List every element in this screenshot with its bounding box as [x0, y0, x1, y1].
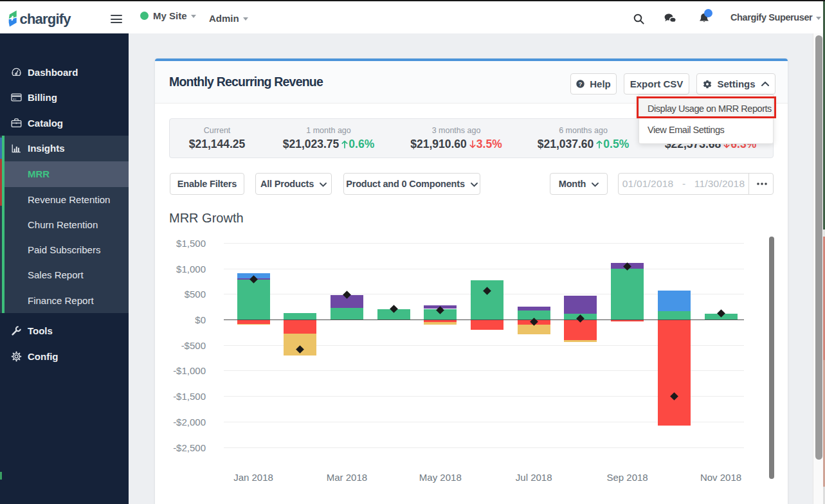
topbar: chargify My Site Admin — [0, 1, 825, 33]
y-axis-label: -$500 — [154, 340, 206, 351]
billing-icon — [11, 92, 22, 103]
x-axis-label: Mar 2018 — [318, 472, 376, 483]
bar-segment-red[interactable] — [471, 320, 503, 330]
date-start: 01/01/2018 — [622, 178, 674, 189]
interval-dropdown[interactable]: Month — [550, 173, 608, 195]
sidebar-item-dashboard[interactable]: Dashboard — [0, 60, 129, 86]
sidebar-item-revenue-retention[interactable]: Revenue Retention — [0, 187, 129, 213]
bell-icon[interactable] — [698, 13, 710, 27]
mrr-growth-chart: $1,500$1,000$500$0-$500-$1,000-$1,500-$2… — [224, 237, 744, 474]
sidebar-item-paid-subscribers[interactable]: Paid Subscribers — [0, 237, 129, 263]
x-axis-label: Jul 2018 — [505, 472, 563, 483]
insights-active-strip — [2, 136, 5, 313]
search-icon[interactable] — [633, 14, 644, 27]
sidebar-item-sales-report[interactable]: Sales Report — [0, 262, 129, 288]
dashboard-icon — [11, 67, 22, 78]
y-axis-label: -$2,000 — [154, 417, 206, 428]
main-content: Monthly Recurring Revenue ? Help Export … — [129, 33, 813, 504]
gridline — [224, 243, 744, 244]
gridline — [224, 269, 744, 269]
bar-segment-green[interactable] — [284, 313, 316, 320]
components-filter-dropdown[interactable]: Product and 0 Components — [343, 173, 480, 195]
stat-label: 1 month ago — [258, 126, 399, 136]
tools-icon — [11, 325, 22, 336]
bar-segment-red[interactable] — [284, 320, 316, 334]
enable-filters-button[interactable]: Enable Filters — [170, 173, 244, 195]
sidebar-item-tools[interactable]: Tools — [0, 318, 129, 344]
window-top-border — [0, 0, 825, 1]
sidebar-item-config[interactable]: Config — [0, 344, 129, 370]
sidebar-item-mrr[interactable]: MRR — [0, 161, 129, 187]
x-axis-label: May 2018 — [412, 472, 469, 483]
more-options-button[interactable] — [748, 174, 774, 194]
sidebar-item-catalog[interactable]: Catalog — [0, 111, 129, 136]
bar-segment-green[interactable] — [611, 269, 644, 320]
bar-segment-yellow[interactable] — [424, 322, 457, 324]
date-end: 11/30/2018 — [694, 178, 745, 189]
sidebar-item-churn-retention[interactable]: Churn Retention — [0, 212, 129, 238]
zero-axis-line — [224, 320, 744, 320]
bar-segment-yellow[interactable] — [237, 324, 270, 325]
y-axis-label: $1,000 — [154, 264, 206, 274]
settings-dropdown-menu: Display Usage on MRR ReportsView Email S… — [639, 94, 774, 144]
date-range-input[interactable]: 01/01/2018 - 11/30/2018 — [619, 178, 748, 190]
sidebar-item-billing[interactable]: Billing — [0, 85, 129, 111]
export-csv-button[interactable]: Export CSV — [624, 73, 689, 94]
stat-value: $21,023.750.6% — [258, 138, 399, 151]
stat-column: 6 months ago$21,037.600.5% — [512, 119, 654, 151]
stat-amount: $21,037.60 — [538, 138, 594, 150]
chevron-down-icon — [592, 179, 599, 189]
y-axis-label: $1,500 — [154, 238, 206, 249]
gear-icon — [703, 80, 712, 89]
stat-change: 0.5% — [596, 138, 629, 150]
chevron-down-icon — [471, 179, 478, 189]
config-icon — [11, 351, 22, 362]
bar-segment-purple[interactable] — [564, 296, 597, 314]
chevron-up-icon — [761, 82, 769, 86]
settings-button[interactable]: Settings — [696, 73, 775, 94]
x-axis-label: Sep 2018 — [599, 472, 657, 483]
sidebar-item-insights[interactable]: Insights — [0, 136, 129, 161]
y-axis-label: -$1,000 — [154, 365, 206, 376]
gridline — [224, 447, 744, 448]
products-filter-dropdown[interactable]: All Products — [255, 173, 332, 195]
arrow-up-icon — [341, 140, 348, 148]
bar-segment-red[interactable] — [658, 320, 691, 426]
y-axis-label: -$2,500 — [154, 442, 206, 453]
stat-change: 3.5% — [469, 138, 502, 150]
bar-segment-purple[interactable] — [518, 307, 550, 310]
bar-segment-green[interactable] — [237, 280, 270, 320]
sidebar-item-finance-report[interactable]: Finance Report — [0, 288, 129, 314]
help-icon: ? — [576, 80, 585, 88]
bar-segment-red[interactable] — [564, 320, 597, 340]
sidebar: Dashboard Billing Catalog Insights MRR R… — [0, 33, 129, 504]
date-separator: - — [682, 178, 685, 189]
chat-icon[interactable] — [664, 14, 677, 27]
content-scrollbar-thumb[interactable] — [769, 237, 774, 479]
stat-column: 1 month ago$21,023.750.6% — [258, 119, 399, 151]
stat-column: 3 months ago$21,910.603.5% — [386, 119, 527, 151]
ellipsis-icon — [757, 183, 767, 185]
catalog-icon — [11, 118, 22, 129]
caret-down-icon — [816, 17, 821, 20]
stat-amount: $21,023.75 — [283, 138, 340, 150]
x-axis-label: Jan 2018 — [224, 472, 282, 483]
browser-scrollbar-thumb[interactable] — [815, 35, 822, 460]
stat-amount: $21,910.60 — [410, 138, 467, 150]
bar-segment-green[interactable] — [331, 308, 363, 320]
bar-segment-yellow[interactable] — [518, 325, 550, 334]
date-range-group: 01/01/2018 - 11/30/2018 — [618, 173, 774, 195]
chevron-down-icon — [320, 179, 327, 189]
user-menu[interactable]: Chargify Superuser — [730, 1, 821, 33]
bar-segment-blue[interactable] — [658, 291, 691, 311]
user-name: Chargify Superuser — [730, 12, 812, 22]
bar-segment-green[interactable] — [658, 311, 691, 320]
help-button[interactable]: ? Help — [570, 73, 617, 94]
stat-value: $21,910.603.5% — [386, 138, 527, 151]
settings-menu-item[interactable]: Display Usage on MRR Reports — [639, 98, 773, 119]
y-axis-label: $500 — [154, 289, 206, 300]
stat-value: $21,037.600.5% — [512, 138, 654, 151]
bar-segment-yellow[interactable] — [564, 340, 597, 342]
settings-menu-item[interactable]: View Email Settings — [639, 119, 773, 140]
bar-segment-green[interactable] — [471, 280, 503, 320]
